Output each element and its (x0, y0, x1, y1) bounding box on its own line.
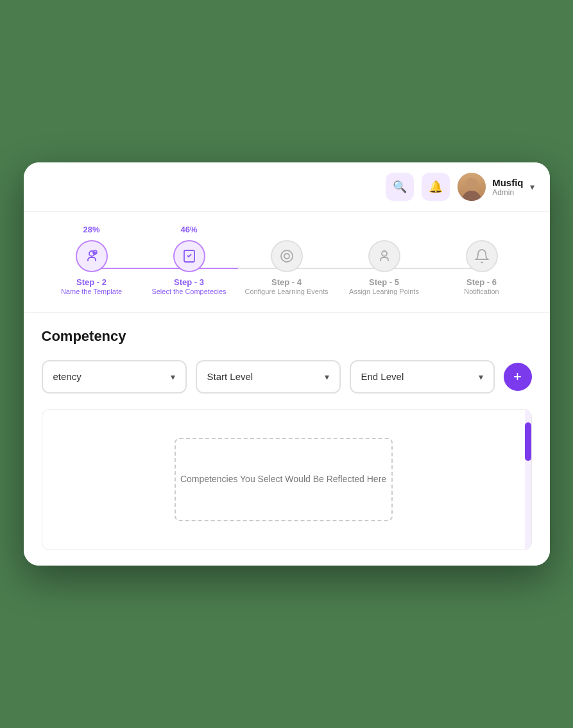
step-4-label: Step - 4 Configure Learning Events (244, 277, 328, 296)
notification-button[interactable]: 🔔 (422, 173, 450, 201)
start-level-dropdown[interactable]: Start Level ▾ (196, 360, 341, 394)
step-5-name: Assign Leaning Points (349, 287, 419, 296)
step-5-number: Step - 5 (349, 277, 419, 287)
start-level-chevron-icon: ▾ (325, 372, 329, 382)
step-2-label: Step - 2 Name the Template (61, 277, 122, 296)
avatar (458, 173, 486, 201)
step-6-label: Step - 6 Notification (464, 277, 499, 296)
start-level-label: Start Level (207, 371, 253, 382)
dropdowns-row: etency ▾ Start Level ▾ End Level ▾ + (42, 360, 532, 394)
header: 🔍 🔔 Musfiq Admin ▾ (24, 162, 550, 212)
svg-point-5 (284, 254, 289, 259)
step-5-progress (383, 225, 386, 236)
step-6-number: Step - 6 (464, 277, 499, 287)
svg-point-4 (281, 250, 293, 262)
step-2[interactable]: 28% ⚙ Step - 2 Name the Template (43, 225, 141, 296)
end-level-dropdown[interactable]: End Level ▾ (350, 360, 495, 394)
steps-progress: 28% ⚙ Step - 2 Name the Template (24, 212, 550, 312)
step-3-name: Select the Competecies (151, 287, 226, 296)
svg-point-6 (382, 251, 387, 256)
end-level-chevron-icon: ▾ (479, 372, 483, 382)
search-icon: 🔍 (393, 180, 407, 194)
step-3[interactable]: 46% Step - 3 Select the Competecies (141, 225, 238, 296)
step-2-number: Step - 2 (61, 277, 122, 287)
step-3-label: Step - 3 Select the Competecies (151, 277, 226, 296)
device-frame: 🔍 🔔 Musfiq Admin ▾ 28% (24, 162, 550, 565)
empty-state-text: Competencies You Select Would Be Reflect… (180, 472, 386, 486)
main-content: Competency etency ▾ Start Level ▾ End Le… (24, 313, 550, 566)
add-competency-button[interactable]: + (504, 363, 532, 391)
search-button[interactable]: 🔍 (386, 173, 414, 201)
step-4-circle (271, 240, 303, 272)
step-6-progress (481, 225, 483, 236)
step-3-progress: 46% (180, 225, 197, 236)
scroll-content: Competencies You Select Would Be Reflect… (42, 410, 525, 550)
scrollbar[interactable] (525, 410, 531, 550)
step-6-name: Notification (464, 287, 499, 296)
steps-track: 28% ⚙ Step - 2 Name the Template (43, 225, 531, 296)
user-menu[interactable]: Musfiq Admin ▾ (458, 173, 534, 201)
step-3-circle (173, 240, 205, 272)
step-2-name: Name the Template (61, 287, 122, 296)
step-2-progress: 28% (83, 225, 99, 236)
competency-dropdown[interactable]: etency ▾ (42, 360, 187, 394)
steps-wrapper: 28% ⚙ Step - 2 Name the Template (43, 225, 531, 296)
scrollbar-thumb (525, 422, 531, 461)
step-4[interactable]: Step - 4 Configure Learning Events (238, 225, 336, 296)
user-role: Admin (492, 188, 523, 197)
step-5[interactable]: Step - 5 Assign Leaning Points (336, 225, 433, 296)
competency-value: etency (53, 371, 81, 382)
empty-state-box: Competencies You Select Would Be Reflect… (175, 438, 393, 521)
bell-icon: 🔔 (429, 180, 443, 194)
step-6-circle (466, 240, 498, 272)
step-6[interactable]: Step - 6 Notification (433, 225, 531, 296)
step-2-circle: ⚙ (76, 240, 108, 272)
step-4-number: Step - 4 (244, 277, 328, 287)
user-text: Musfiq Admin (492, 177, 523, 197)
competency-chevron-icon: ▾ (171, 372, 175, 382)
add-icon: + (513, 368, 522, 385)
chevron-down-icon: ▾ (530, 182, 535, 192)
end-level-label: End Level (361, 371, 404, 382)
step-4-progress (286, 225, 288, 236)
step-4-name: Configure Learning Events (244, 287, 328, 296)
user-name: Musfiq (492, 177, 523, 188)
section-title: Competency (42, 328, 532, 345)
step-5-label: Step - 5 Assign Leaning Points (349, 277, 419, 296)
step-3-number: Step - 3 (151, 277, 226, 287)
content-area: Competencies You Select Would Be Reflect… (42, 409, 532, 550)
step-5-circle (368, 240, 400, 272)
